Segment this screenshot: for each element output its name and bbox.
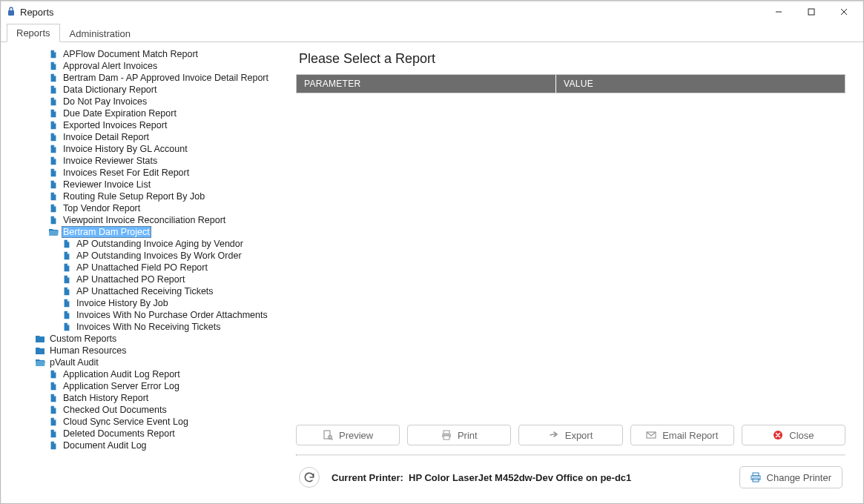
tree-item[interactable]: pVault Audit [7,357,288,368]
folder-icon [35,346,45,355]
tree-item[interactable]: Invoices With No Receiving Tickets [7,321,288,333]
tree-item-label: Approval Alert Invoices [62,60,159,72]
tree-item[interactable]: Routing Rule Setup Report By Job [7,190,288,202]
tree-item[interactable]: Cloud Sync Service Event Log [7,416,288,428]
tree-item[interactable]: AP Unattached PO Report [7,273,288,285]
current-printer: Current Printer: HP Color LaserJet M452d… [332,472,631,483]
tree-item[interactable]: Due Date Expiration Report [7,107,288,119]
tree-item-label: Top Vendor Report [62,202,142,214]
file-icon [48,156,59,165]
tree-item[interactable]: AP Unattached Receiving Tickets [7,285,288,297]
tree-item-label: AP Unattached PO Report [75,273,186,285]
tree-item-label: Do Not Pay Invoices [62,96,148,107]
tree-item[interactable]: Exported Invoices Report [7,119,288,131]
window-title: Reports [20,7,54,18]
tree-item[interactable]: Invoice Detail Report [7,131,288,143]
tree-item[interactable]: Invoice History By GL Account [7,143,288,155]
file-icon [48,192,59,201]
tree-item[interactable]: AP Outstanding Invoices By Work Order [7,250,288,262]
maximize-button[interactable] [795,1,828,23]
tree-item-label: Cloud Sync Service Event Log [62,416,190,428]
file-icon [48,73,59,82]
file-icon [48,145,59,153]
folder-open-icon [35,358,45,367]
tree-item-label: Invoices Reset For Edit Report [62,167,191,179]
tree-item[interactable]: Checked Out Documents [7,404,288,416]
tree-item-label: AP Outstanding Invoice Aging by Vendor [75,238,245,250]
email-icon [646,430,656,440]
email-report-button[interactable]: Email Report [630,425,734,445]
tree-item-label: Invoices With No Purchase Order Attachme… [75,309,269,321]
tree-item[interactable]: Viewpoint Invoice Reconciliation Report [7,214,288,226]
file-icon [48,441,59,450]
tree-item-label: APFlow Document Match Report [62,48,199,60]
tree-item[interactable]: Custom Reports [7,333,288,345]
file-icon [48,370,59,379]
minimize-button[interactable] [762,1,795,23]
file-icon [48,121,59,130]
tree-item[interactable]: Deleted Documents Report [7,428,288,440]
tree-item-label: Human Resources [48,345,128,357]
window-controls [762,1,860,23]
tree-item-label: pVault Audit [48,357,100,368]
folder-open-icon [48,228,59,236]
tree-item-label: Reviewer Invoice List [62,179,152,190]
tab-bar: Reports Administration [1,23,863,42]
tree-item[interactable]: Bertram Dam Project [7,226,288,238]
preview-button[interactable]: Preview [296,425,400,445]
tree-item-label: Data Dictionary Report [62,84,158,96]
tree-item[interactable]: Batch History Report [7,392,288,404]
file-icon [62,251,72,260]
print-icon [441,430,452,440]
tree-item[interactable]: Reviewer Invoice List [7,179,288,190]
panel-heading: Please Select a Report [296,51,845,74]
file-icon [48,50,59,59]
file-icon [48,180,59,189]
tree-item[interactable]: AP Outstanding Invoice Aging by Vendor [7,238,288,250]
change-printer-button[interactable]: Change Printer [739,466,842,488]
file-icon [48,405,59,414]
tab-reports[interactable]: Reports [7,24,60,42]
tree-item[interactable]: Approval Alert Invoices [7,60,288,72]
tree-item[interactable]: Do Not Pay Invoices [7,96,288,107]
tree-item-label: Invoice Reviewer Stats [62,155,159,167]
tree-item[interactable]: Top Vendor Report [7,202,288,214]
tree-item-label: Application Server Error Log [62,380,181,392]
tree-item[interactable]: Invoice Reviewer Stats [7,155,288,167]
tree-item[interactable]: Invoice History By Job [7,297,288,309]
close-icon [773,430,783,440]
file-icon [48,62,59,70]
tree-item[interactable]: AP Unattached Field PO Report [7,262,288,273]
export-button[interactable]: Export [518,425,622,445]
file-icon [62,311,72,319]
close-window-button[interactable] [828,1,860,23]
tree-item[interactable]: Document Audit Log [7,440,288,451]
file-icon [48,417,59,426]
file-icon [62,275,72,284]
file-icon [62,287,72,296]
tab-administration[interactable]: Administration [60,24,140,42]
report-tree[interactable]: APFlow Document Match ReportApproval Ale… [7,45,288,497]
close-button[interactable]: Close [742,425,845,445]
tree-item[interactable]: Invoices Reset For Edit Report [7,167,288,179]
tree-item[interactable]: Invoices With No Purchase Order Attachme… [7,309,288,321]
file-icon [62,239,72,248]
action-buttons: Preview Print Export Email Report Close [296,416,845,454]
file-icon [62,322,72,331]
tree-item[interactable]: APFlow Document Match Report [7,48,288,60]
print-button[interactable]: Print [407,425,511,445]
tree-item-label: Invoices With No Receiving Tickets [75,321,222,333]
tree-item-label: Due Date Expiration Report [62,107,178,119]
tree-item-label: AP Outstanding Invoices By Work Order [75,250,243,262]
tree-item[interactable]: Bertram Dam - AP Approved Invoice Detail… [7,72,288,84]
tree-item-label: AP Unattached Field PO Report [75,262,209,273]
tree-item-label: Viewpoint Invoice Reconciliation Report [62,214,227,226]
tree-item[interactable]: Data Dictionary Report [7,84,288,96]
tree-item[interactable]: Human Resources [7,345,288,357]
tree-item-label: Bertram Dam Project [62,226,151,238]
tree-item[interactable]: Application Audit Log Report [7,368,288,380]
refresh-button[interactable] [299,467,320,488]
parameter-table-body [296,93,845,416]
tree-item[interactable]: Application Server Error Log [7,380,288,392]
parameter-table-header: PARAMETER VALUE [296,74,845,93]
